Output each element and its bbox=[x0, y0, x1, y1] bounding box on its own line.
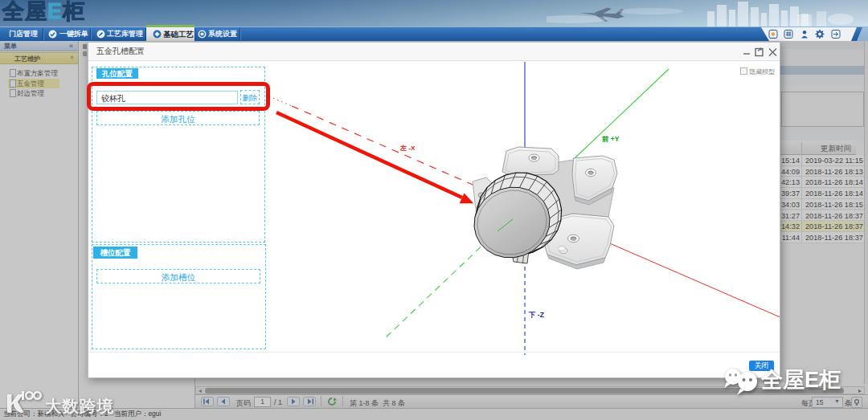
svg-text:前 +Y: 前 +Y bbox=[601, 135, 620, 143]
svg-text:下 -Z: 下 -Z bbox=[528, 311, 544, 319]
svg-text:左 -X: 左 -X bbox=[399, 145, 416, 152]
svg-text:全屋E柜: 全屋E柜 bbox=[760, 368, 841, 392]
svg-text:大数跨境: 大数跨境 bbox=[45, 397, 114, 415]
